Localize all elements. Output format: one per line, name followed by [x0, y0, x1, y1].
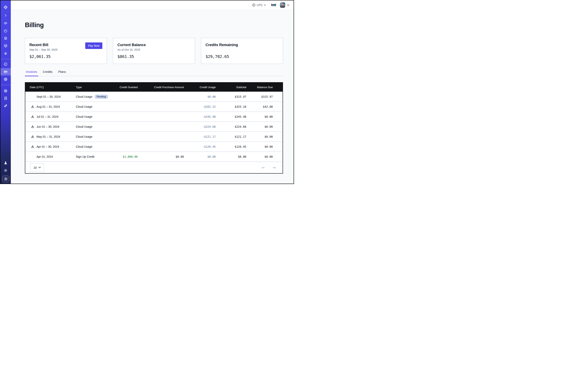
invoice-type: Sign Up Credit — [76, 155, 94, 158]
topbar: UTC — [11, 0, 294, 10]
date-cell: Sept 01 – 30, 2024 — [25, 95, 75, 98]
page-size-value: 10 — [33, 166, 37, 169]
credits-dollar-button[interactable] — [2, 175, 9, 183]
observability-icon[interactable] — [0, 20, 11, 27]
credit-usage-value: -$121.17 — [185, 135, 217, 138]
column-header-type: Type — [75, 86, 114, 89]
sidebar-divider — [0, 85, 11, 85]
invoice-type: Cloud Usage — [76, 105, 92, 108]
invoice-rows: Sept 01 – 30, 2024Cloud UsagePending$0.0… — [25, 92, 283, 162]
balance-due-value: $0.00 — [247, 145, 283, 148]
credit-usage-value: -$126.45 — [185, 145, 217, 148]
table-row: Aug 01 – 31, 2024Cloud Usage-$282.22$325… — [25, 101, 283, 111]
current-balance-card: Current Balance As of Oct 15, 2025 $861.… — [113, 38, 195, 64]
tab-invoices[interactable]: Invoices — [25, 70, 38, 76]
invoice-date: Jun 01 – 30, 2024 — [36, 125, 59, 128]
card-subtitle — [206, 48, 279, 52]
settings-gear-icon[interactable] — [0, 76, 11, 83]
timezone-label: UTC — [257, 3, 262, 7]
column-header-subtotal: Subtotal — [217, 86, 247, 89]
date-cell: Apr 01 – 30, 2024 — [25, 145, 75, 148]
table-row: Sept 01 – 30, 2024Cloud UsagePending$0.0… — [25, 92, 283, 101]
balance-due-value: $42.88 — [247, 105, 283, 108]
next-page-icon[interactable]: → — [272, 166, 276, 169]
subtotal-value: $245.48 — [217, 115, 247, 118]
type-cell: Cloud Usage — [75, 125, 114, 128]
invoice-date: Jul 01 – 31, 2024 — [36, 115, 58, 118]
invoices-table: Date (UTC) Type Credit Granted Credit Pu… — [25, 82, 283, 174]
table-row: Apr 01 – 30, 2024Cloud Usage-$126.45$126… — [25, 142, 283, 152]
sidebar-divider — [0, 59, 11, 59]
current-balance-amount: $861.35 — [118, 54, 190, 59]
user-avatar[interactable] — [280, 2, 285, 8]
tab-plans[interactable]: Plans — [57, 70, 67, 76]
billing-page: UTC Billing Recent Bill Sep 01 — [0, 0, 294, 184]
type-cell: Cloud UsagePending — [75, 95, 114, 99]
previous-page-icon[interactable]: ← — [262, 166, 265, 169]
labs-flask-icon[interactable] — [0, 159, 11, 166]
chevron-right-icon[interactable] — [0, 12, 11, 19]
subtotal-value: $121.17 — [217, 135, 247, 138]
sidebar — [0, 0, 11, 184]
credit-granted-value: $1,000.00 — [114, 155, 139, 158]
cube-icon[interactable] — [0, 42, 11, 49]
credit-usage-value: -$224.68 — [185, 125, 217, 128]
support-wheel-icon[interactable] — [0, 87, 11, 94]
invoice-type: Cloud Usage — [76, 115, 92, 118]
credit-usage-value: $0.00 — [185, 155, 217, 158]
timer-icon[interactable] — [0, 27, 11, 34]
date-cell: Apr 01, 2024 — [25, 155, 75, 158]
column-header-date: Date (UTC) — [25, 86, 75, 89]
reader-glasses-icon[interactable] — [271, 3, 276, 7]
docs-book-icon[interactable] — [0, 95, 11, 101]
download-invoice-icon[interactable] — [31, 145, 34, 148]
tab-credits[interactable]: Credits — [42, 70, 54, 76]
type-cell: Cloud Usage — [75, 135, 114, 138]
asterisk-icon[interactable] — [0, 50, 11, 57]
page-title: Billing — [25, 21, 283, 29]
column-header-balance-due: Balance Due — [247, 86, 283, 89]
dashboard-gauge-icon[interactable] — [0, 61, 11, 67]
subtotal-value: $224.68 — [217, 125, 247, 128]
invoice-date: Apr 01, 2024 — [36, 155, 53, 158]
theme-sun-icon[interactable] — [0, 167, 11, 174]
card-title: Credits Remaining — [206, 43, 279, 47]
rocket-icon[interactable] — [0, 102, 11, 109]
credits-remaining-card: Credits Remaining $29,782.65 — [201, 38, 283, 64]
table-pagination: 10 ← → — [25, 162, 283, 173]
orbit-logo-icon[interactable] — [0, 4, 11, 11]
chevron-down-icon — [264, 4, 266, 6]
balance-due-value: $0.00 — [247, 135, 283, 138]
table-row: Apr 01, 2024Sign Up Credit$1,000.00$0.00… — [25, 152, 283, 162]
credit-purchase-value: $0.00 — [139, 155, 185, 158]
download-invoice-icon[interactable] — [31, 105, 34, 108]
subtotal-value: $0.00 — [217, 155, 247, 158]
pay-now-button[interactable]: Pay Now — [85, 42, 102, 49]
column-header-credit-usage: Credit Usage — [185, 86, 217, 89]
table-row: May 01 – 31, 2024Cloud Usage-$121.17$121… — [25, 132, 283, 142]
balance-due-value: $0.00 — [247, 125, 283, 128]
type-cell: Sign Up Credit — [75, 155, 114, 158]
account-menu-chevron-icon[interactable] — [287, 4, 289, 6]
invoice-type: Cloud Usage — [76, 95, 92, 98]
download-invoice-icon[interactable] — [31, 135, 34, 138]
invoice-date: Sept 01 – 30, 2024 — [36, 95, 61, 98]
balance-due-value: $0.00 — [247, 115, 283, 118]
column-header-credit-purchase: Credit Purchase Amount — [139, 86, 185, 89]
subtotal-value: $126.45 — [217, 145, 247, 148]
page-size-select[interactable]: 10 — [30, 163, 44, 172]
status-badge: Pending — [95, 95, 108, 99]
download-invoice-icon[interactable] — [31, 125, 34, 128]
column-header-credit-granted: Credit Granted — [114, 86, 139, 89]
layers-icon[interactable] — [0, 35, 11, 42]
subtotal-value: $315.97 — [217, 95, 247, 98]
download-invoice-icon[interactable] — [31, 115, 34, 118]
invoice-date: Aug 01 – 31, 2024 — [36, 105, 60, 108]
timezone-selector[interactable]: UTC — [252, 3, 266, 7]
invoice-type: Cloud Usage — [76, 125, 92, 128]
credit-usage-value: $0.00 — [185, 95, 217, 98]
date-cell: Jul 01 – 31, 2024 — [25, 115, 75, 118]
billing-card-icon[interactable] — [0, 68, 11, 75]
credits-remaining-amount: $29,782.65 — [206, 54, 279, 59]
balance-due-value: $315.97 — [247, 95, 283, 98]
